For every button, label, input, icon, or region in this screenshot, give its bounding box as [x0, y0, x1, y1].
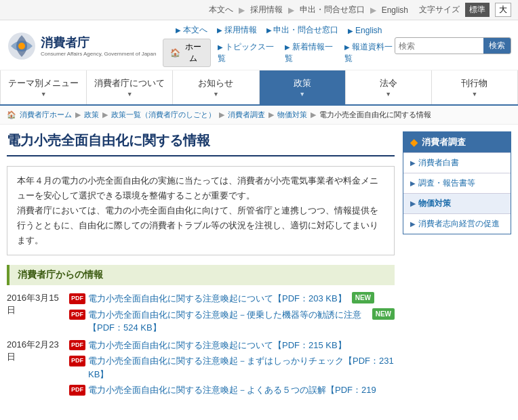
new-badge-1: NEW — [352, 292, 374, 303]
breadcrumb-consumer-survey[interactable]: 消費者調査 — [228, 110, 265, 120]
search-button[interactable]: 検索 — [483, 38, 511, 54]
news-link-1[interactable]: 電力小売全面自由化に関する注意喚起について【PDF：203 KB】 — [88, 292, 346, 306]
bc-sep4: ▶ — [268, 110, 274, 119]
bc-sep2: ▶ — [102, 110, 108, 119]
nav-item-policy[interactable]: 政策 ▼ — [260, 70, 346, 104]
news-items-2: PDF 電力小売全面自由化に関する注意喚起について【PDF：215 KB】 PD… — [69, 339, 395, 397]
pdf-icon-1: PDF — [69, 293, 85, 304]
news-list: 2016年3月15日 PDF 電力小売全面自由化に関する注意喚起について【PDF… — [7, 292, 395, 397]
bc-sep3: ▶ — [219, 110, 224, 119]
list-item: PDF 電力小売全面自由化に関する注意喚起について【PDF：215 KB】 — [69, 339, 395, 352]
page-title: 電力小売全面自由化に関する情報 — [7, 131, 395, 156]
logo-area: 消費者庁 Consumer Affairs Agency, Government… — [7, 31, 156, 61]
nav-arrow-news: ▼ — [213, 91, 219, 98]
nav-contact[interactable]: 申出・問合せ窓口 — [266, 24, 339, 36]
news-date-1: 2016年3月15日 — [7, 292, 62, 316]
nav-item-theme[interactable]: テーマ別メニュー ▼ — [0, 70, 87, 104]
english-link[interactable]: English — [382, 5, 408, 15]
intro-box: 本年４月の電力の小売全面自由化の実施に当たっては、消費者が小売電気事業者や料金メ… — [7, 166, 395, 255]
sidebar-label-1: 消費者白書 — [418, 157, 459, 169]
sep1: ▶ — [239, 5, 245, 15]
nav-label-policy: 政策 — [294, 77, 311, 89]
content-wrapper: 電力小売全面自由化に関する情報 本年４月の電力の小売全面自由化の実施に当たっては… — [0, 125, 518, 408]
header: 消費者庁 Consumer Affairs Agency, Government… — [0, 20, 518, 70]
pdf-icon-3: PDF — [69, 340, 85, 351]
sidebar-item-price[interactable]: ▶ 物価対策 — [403, 193, 511, 213]
main-content: 電力小売全面自由化に関する情報 本年４月の電力の小売全面自由化の実施に当たっては… — [7, 131, 395, 401]
sidebar: ◆ 消費者調査 ▶ 消費者白書 ▶ 調査・報告書等 ▶ 物価対策 ▶ 消費者志向… — [403, 131, 511, 401]
nav-item-about[interactable]: 消費者庁について ▼ — [87, 70, 173, 104]
logo-text-ja: 消費者庁 — [41, 35, 156, 51]
sidebar-item-orientation[interactable]: ▶ 消費者志向経営の促進 — [403, 213, 511, 234]
sidebar-arrow-2: ▶ — [410, 180, 416, 187]
header-bottom-links: トピックス一覧 新着情報一覧 報道資料一覧 — [218, 41, 395, 64]
nav-english[interactable]: English — [348, 26, 382, 35]
pdf-icon-4: PDF — [69, 356, 85, 366]
nav-arrow-law: ▼ — [385, 91, 391, 98]
intro-text: 本年４月の電力の小売全面自由化の実施に当たっては、消費者が小売電気事業者や料金メ… — [17, 173, 384, 203]
sidebar-section: ◆ 消費者調査 ▶ 消費者白書 ▶ 調査・報告書等 ▶ 物価対策 ▶ 消費者志向… — [403, 131, 511, 234]
nav-label-publication: 刊行物 — [461, 77, 487, 89]
breadcrumb-home-icon: 🏠 — [7, 110, 16, 119]
search-box: 検索 — [395, 37, 511, 54]
nav-arrow-publication: ▼ — [471, 91, 477, 98]
intro-text2: 消費者庁においては、電力の小売全面自由化に向けて、所管省庁と連携しつつ、情報提供… — [17, 203, 384, 248]
nav-main-content[interactable]: 本文へ — [176, 24, 207, 36]
breadcrumb-policy-list[interactable]: 政策一覧（消費者庁のしごと） — [111, 110, 216, 120]
nav-news[interactable]: 新着情報一覧 — [285, 41, 335, 64]
breadcrumb-price[interactable]: 物価対策 — [277, 110, 307, 120]
breadcrumb: 🏠 消費者庁ホーム ▶ 政策 ▶ 政策一覧（消費者庁のしごと） ▶ 消費者調査 … — [0, 106, 518, 125]
news-link-3[interactable]: 電力小売全面自由化に関する注意喚起について【PDF：215 KB】 — [88, 339, 346, 352]
header-center: 本文へ 採用情報 申出・問合せ窓口 English 🏠 ホーム トピックス一覧 … — [163, 24, 395, 67]
nav-label-theme: テーマ別メニュー — [8, 77, 79, 89]
svg-point-1 — [18, 43, 25, 49]
news-link-5[interactable]: 電力小売全面自由化に関する注意喚起－よくある５つの誤解【PDF：219 — [88, 383, 376, 397]
bc-sep5: ▶ — [311, 110, 316, 119]
sidebar-label-4: 消費者志向経営の促進 — [418, 218, 500, 230]
main-content-link[interactable]: 本文へ — [209, 4, 233, 16]
nav-topics[interactable]: トピックス一覧 — [218, 41, 275, 64]
nav-arrow-policy: ▼ — [299, 91, 305, 98]
sep2: ▶ — [288, 5, 294, 15]
breadcrumb-policy[interactable]: 政策 — [84, 110, 99, 120]
breadcrumb-current: 電力小売全面自由化に関する情報 — [319, 110, 431, 120]
news-link-2[interactable]: 電力小売全面自由化に関する注意喚起－便乗した機器等の勧誘に注意【PDF：524 … — [88, 308, 367, 335]
sidebar-section-title: 消費者調査 — [422, 136, 466, 148]
sep3: ▶ — [370, 5, 376, 15]
top-bar: 本文へ ▶ 採用情報 ▶ 申出・問合せ窓口 ▶ English 文字サイズ 標準… — [0, 0, 518, 20]
nav-item-news[interactable]: お知らせ ▼ — [173, 70, 259, 104]
pdf-icon-2: PDF — [69, 310, 85, 320]
header-top-links: 本文へ 採用情報 申出・問合せ窓口 English — [176, 24, 382, 36]
nav-label-news: お知らせ — [198, 77, 233, 89]
logo-text-en: Consumer Affairs Agency, Government of J… — [41, 51, 156, 58]
new-badge-2: NEW — [372, 308, 395, 320]
contact-link[interactable]: 申出・問合せ窓口 — [300, 4, 365, 16]
nav-item-publication[interactable]: 刊行物 ▼ — [432, 70, 518, 104]
main-nav: テーマ別メニュー ▼ 消費者庁について ▼ お知らせ ▼ 政策 ▼ 法令 ▼ 刊… — [0, 70, 518, 106]
news-link-4[interactable]: 電力小売全面自由化に関する注意喚起－まずはしっかりチェック【PDF：231 KB… — [88, 354, 395, 381]
nav-press[interactable]: 報道資料一覧 — [344, 41, 395, 64]
sidebar-arrow-4: ▶ — [410, 220, 416, 228]
logo-icon — [7, 31, 37, 61]
nav-item-law[interactable]: 法令 ▼ — [346, 70, 432, 104]
search-input[interactable] — [395, 39, 483, 53]
list-item: PDF 電力小売全面自由化に関する注意喚起－よくある５つの誤解【PDF：219 — [69, 383, 395, 397]
recruit-link[interactable]: 採用情報 — [250, 4, 283, 16]
breadcrumb-home[interactable]: 消費者庁ホーム — [20, 110, 72, 120]
section-title: 消費者庁からの情報 — [7, 265, 395, 285]
home-label: ホーム — [182, 41, 203, 64]
sidebar-arrow-1: ▶ — [410, 159, 416, 167]
sidebar-bullet-icon: ◆ — [410, 137, 418, 148]
nav-arrow-theme: ▼ — [41, 91, 47, 98]
sidebar-item-research[interactable]: ▶ 調査・報告書等 — [403, 173, 511, 193]
sidebar-label-3: 物価対策 — [418, 198, 451, 209]
nav-arrow-about: ▼ — [127, 91, 133, 98]
font-large-btn[interactable]: 大 — [495, 3, 511, 17]
nav-label-about: 消費者庁について — [94, 77, 165, 89]
home-button[interactable]: 🏠 ホーム — [163, 39, 211, 67]
font-standard-btn[interactable]: 標準 — [465, 3, 490, 17]
sidebar-item-hakusho[interactable]: ▶ 消費者白書 — [403, 152, 511, 173]
nav-recruit[interactable]: 採用情報 — [217, 24, 257, 36]
news-date-row-2: 2016年2月23日 PDF 電力小売全面自由化に関する注意喚起について【PDF… — [7, 339, 395, 397]
news-items-1: PDF 電力小売全面自由化に関する注意喚起について【PDF：203 KB】 NE… — [69, 292, 395, 335]
